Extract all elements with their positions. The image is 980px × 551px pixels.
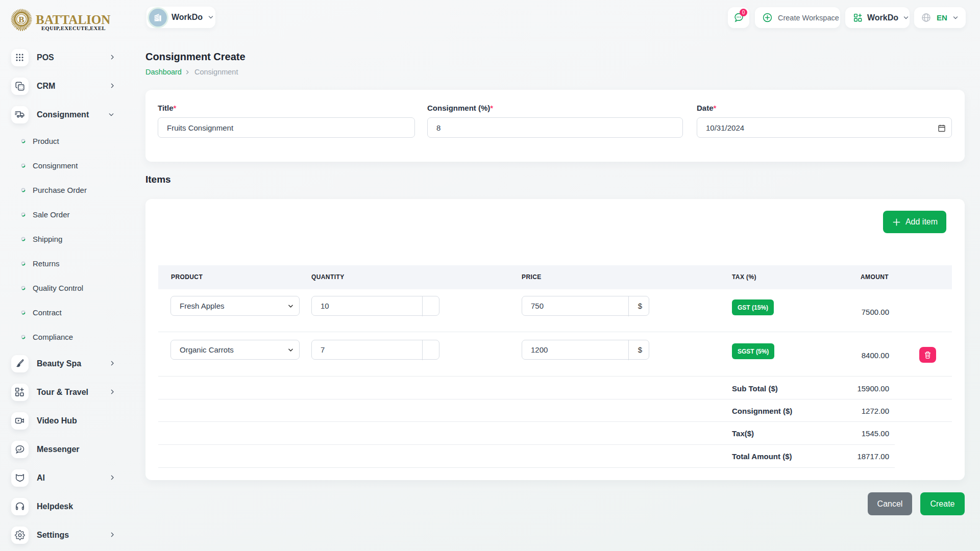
svg-text:B: B [18,15,24,24]
